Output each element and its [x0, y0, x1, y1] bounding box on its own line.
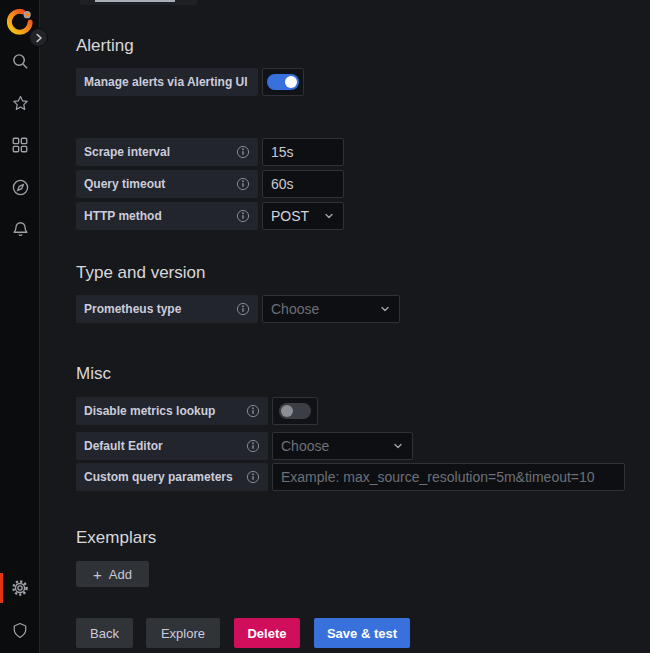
- info-icon[interactable]: [236, 145, 250, 159]
- search-icon[interactable]: [0, 43, 40, 79]
- section-title-alerting: Alerting: [76, 36, 134, 56]
- add-exemplar-button[interactable]: + Add: [76, 561, 149, 587]
- scrape-interval-label: Scrape interval: [76, 138, 258, 166]
- query-timeout-label: Query timeout: [76, 170, 258, 198]
- http-method-select[interactable]: POST: [262, 202, 344, 230]
- toggle-track: [279, 403, 311, 419]
- disable-metrics-lookup-toggle[interactable]: [272, 397, 318, 425]
- info-icon[interactable]: [246, 439, 260, 453]
- expand-sidebar-button[interactable]: [29, 28, 48, 47]
- toggle-knob: [281, 405, 293, 417]
- custom-query-parameters-label: Custom query parameters: [76, 463, 268, 491]
- query-timeout-input[interactable]: [262, 170, 344, 198]
- disable-metrics-lookup-label: Disable metrics lookup: [76, 397, 268, 425]
- sidebar: [0, 0, 40, 653]
- custom-query-parameters-input[interactable]: [272, 463, 625, 491]
- plus-icon: +: [93, 567, 102, 582]
- chevron-right-icon: [34, 33, 44, 43]
- back-button[interactable]: Back: [76, 618, 133, 648]
- info-icon[interactable]: [236, 302, 250, 316]
- cut-off-underline: [95, 0, 175, 2]
- info-icon[interactable]: [246, 470, 260, 484]
- scrape-interval-input[interactable]: [262, 138, 344, 166]
- star-icon[interactable]: [0, 85, 40, 121]
- cut-off-element: [80, 0, 197, 5]
- toggle-knob: [285, 76, 297, 88]
- toggle-track: [267, 74, 299, 90]
- section-title-type-version: Type and version: [76, 263, 205, 283]
- prometheus-type-label: Prometheus type: [76, 295, 258, 323]
- configuration-gear-icon[interactable]: [0, 570, 40, 606]
- info-icon[interactable]: [236, 209, 250, 223]
- info-icon[interactable]: [236, 177, 250, 191]
- delete-button[interactable]: Delete: [234, 618, 300, 648]
- save-and-test-button[interactable]: Save & test: [314, 618, 410, 648]
- server-admin-shield-icon[interactable]: [0, 612, 40, 648]
- info-icon[interactable]: [246, 404, 260, 418]
- explore-button[interactable]: Explore: [146, 618, 220, 648]
- section-title-misc: Misc: [76, 364, 111, 384]
- manage-alerts-label: Manage alerts via Alerting UI: [76, 68, 258, 96]
- prometheus-type-select[interactable]: Choose: [262, 295, 400, 323]
- dashboards-grid-icon[interactable]: [0, 127, 40, 163]
- chevron-down-icon: [392, 440, 404, 452]
- default-editor-label: Default Editor: [76, 432, 268, 460]
- http-method-label: HTTP method: [76, 202, 258, 230]
- section-title-exemplars: Exemplars: [76, 528, 156, 548]
- chevron-down-icon: [379, 303, 391, 315]
- chevron-down-icon: [323, 210, 335, 222]
- alerting-bell-icon[interactable]: [0, 211, 40, 247]
- manage-alerts-toggle[interactable]: [262, 68, 304, 96]
- explore-compass-icon[interactable]: [0, 169, 40, 205]
- default-editor-select[interactable]: Choose: [272, 432, 413, 460]
